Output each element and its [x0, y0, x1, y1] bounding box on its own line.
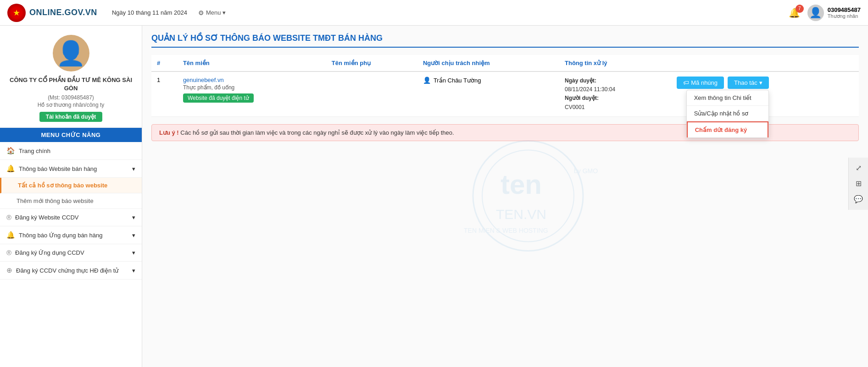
company-type: Hồ sơ thương nhân/công ty	[38, 102, 105, 108]
page-title: QUẢN LÝ HỒ SƠ THÔNG BÁO WEBSITE TMĐT BÁN…	[151, 33, 859, 48]
action-dropdown: Xem thông tin Chi tiết Sửa/Cập nhật hồ s…	[686, 90, 769, 138]
sidebar-item-label: Đăng ký CCDV chứng thực HĐ điện tử	[16, 267, 118, 274]
sidebar-item-thong-bao-website[interactable]: 🔔 Thông báo Website bán hàng ▾	[0, 160, 142, 178]
sidebar-item-label: Đăng ký Ứng dụng CCDV	[15, 249, 84, 256]
col-processing: Thông tin xử lý	[559, 55, 671, 71]
avatar: 👤	[807, 5, 824, 21]
user-phone: 0309485487	[828, 6, 861, 13]
btn-ma-nhung-label: Mã nhúng	[691, 79, 718, 86]
circle-icon: ⊕	[6, 266, 12, 274]
account-badge: Tài khoản đã duyệt	[39, 112, 102, 122]
sidebar-item-dang-ky-ccdv[interactable]: ® Đăng ký Website CCDV ▾	[0, 209, 142, 226]
cell-index: 1	[151, 71, 178, 116]
svg-text:TEN MIEN & WEB HOSTING: TEN MIEN & WEB HOSTING	[464, 226, 548, 234]
logo-circle: ★	[7, 4, 26, 22]
sidebar-subitem-tat-ca-ho-so[interactable]: Tất cả hồ sơ thông báo website	[0, 178, 142, 193]
approver-label: Người duyệt:	[565, 95, 599, 101]
table-row: 1 genuinebeef.vn Thực phẩm, đồ uống Webs…	[151, 71, 859, 116]
sidebar-item-trang-chinh[interactable]: 🏠 Trang chính	[0, 142, 142, 160]
dropdown-item-cham-dut[interactable]: Chấm dứt đăng ký	[687, 121, 768, 137]
notification-badge: 7	[796, 5, 804, 13]
info-banner-text: Các hồ sơ gửi sau thời gian làm việc và …	[180, 129, 454, 136]
svg-point-0	[473, 141, 583, 251]
profile-section: 👤 CÔNG TY CỔ PHẦN ĐẦU TƯ MÊ KÔNG SÀI GÒN…	[0, 26, 142, 128]
chat-icon-button[interactable]: 💬	[851, 192, 865, 206]
company-mst: (Mst: 0309485487)	[48, 94, 94, 101]
sidebar-item-label: Trang chính	[19, 148, 50, 154]
profile-avatar: 👤	[53, 35, 89, 71]
sidebar-subitem-them-moi[interactable]: Thêm mới thông báo website	[0, 193, 142, 209]
resize-icon-button[interactable]: ⤢	[851, 161, 865, 175]
chevron-down-icon: ▾	[223, 9, 226, 16]
bell-icon-ung-dung: 🔔	[6, 231, 15, 239]
user-avatar-icon: 👤	[809, 7, 822, 19]
chevron-down-icon: ▾	[132, 165, 135, 172]
sidebar-item-dang-ky-ung-dung[interactable]: ® Đăng ký Ứng dụng CCDV ▾	[0, 244, 142, 262]
info-banner-notice: Lưu ý !	[159, 129, 179, 136]
profile-avatar-icon: 👤	[56, 39, 86, 67]
grid-icon-button[interactable]: ⊞	[851, 177, 865, 191]
menu-label: Menu	[206, 9, 221, 16]
col-domain: Tên miền	[178, 55, 326, 71]
bell-icon-sidebar: 🔔	[6, 164, 15, 173]
action-wrapper: Thao tác ▾ Xem thông tin Chi tiết Sửa/Cậ…	[728, 77, 769, 89]
header-menu-button[interactable]: ⚙ Menu ▾	[198, 9, 226, 16]
col-subdomain: Tên miền phụ	[326, 55, 417, 71]
header-right: 🔔 7 👤 0309485487 Thương nhân	[789, 5, 861, 21]
chevron-down-icon: ▾	[759, 79, 762, 86]
cell-responsible: 👤 Trần Châu Tường	[417, 71, 559, 116]
domain-link[interactable]: genuinebeef.vn	[183, 77, 224, 83]
approval-date-label: Ngày duyệt:	[565, 77, 596, 84]
sidebar-item-label: Đăng ký Website CCDV	[15, 214, 78, 221]
col-responsible: Người chịu trách nhiệm	[417, 55, 559, 71]
header: ★ ONLINE.GOV.VN Ngày 10 tháng 11 năm 202…	[0, 0, 868, 26]
domain-category: Thực phẩm, đồ uống	[183, 84, 321, 91]
sidebar: 👤 CÔNG TY CỔ PHẦN ĐẦU TƯ MÊ KÔNG SÀI GÒN…	[0, 26, 142, 367]
logo[interactable]: ★ ONLINE.GOV.VN	[7, 4, 97, 22]
cell-processing: Ngày duyệt: 08/11/2024 11:30:04 Người du…	[559, 71, 671, 116]
menu-header: MENU CHỨC NĂNG	[0, 128, 142, 142]
col-index: #	[151, 55, 178, 71]
layout: 👤 CÔNG TY CỔ PHẦN ĐẦU TƯ MÊ KÔNG SÀI GÒN…	[0, 26, 868, 367]
header-date: Ngày 10 tháng 11 năm 2024	[112, 9, 187, 16]
gear-icon: ⚙	[198, 9, 204, 16]
chevron-down-icon: ▾	[132, 267, 135, 274]
logo-text: ONLINE.GOV.VN	[29, 8, 97, 17]
right-icons: ⤢ ⊞ 💬	[848, 158, 868, 210]
user-details: 0309485487 Thương nhân	[828, 6, 861, 19]
data-table: # Tên miền Tên miền phụ Người chịu trách…	[151, 55, 859, 117]
approval-date: 08/11/2024 11:30:04	[565, 86, 615, 93]
user-info[interactable]: 👤 0309485487 Thương nhân	[807, 5, 861, 21]
svg-text:ten: ten	[501, 169, 542, 199]
sidebar-subitem-label: Tất cả hồ sơ thông báo website	[18, 182, 107, 189]
svg-point-1	[482, 150, 574, 241]
approved-badge: Website đã duyệt điện tử	[183, 93, 254, 103]
sidebar-subitem-label: Thêm mới thông báo website	[17, 197, 94, 204]
registered-icon: ®	[6, 214, 11, 221]
sidebar-item-label: Thông báo Ứng dụng bán hàng	[19, 232, 102, 239]
watermark: ten TEN.VN TEN MIEN & WEB HOSTING by GMO	[436, 127, 666, 266]
registered-ung-dung-icon: ®	[6, 249, 11, 257]
company-name: CÔNG TY CỔ PHẦN ĐẦU TƯ MÊ KÔNG SÀI GÒN	[5, 76, 137, 93]
approver-code: CV0001	[565, 104, 584, 110]
ma-nhung-button[interactable]: 🏷 Mã nhúng	[677, 77, 724, 89]
thao-tac-button[interactable]: Thao tác ▾	[728, 77, 769, 89]
home-icon: 🏠	[6, 147, 15, 155]
sidebar-item-dang-ky-chung-thuc[interactable]: ⊕ Đăng ký CCDV chứng thực HĐ điện tử ▾	[0, 262, 142, 279]
logo-star-icon: ★	[13, 8, 20, 18]
chevron-down-icon: ▾	[132, 214, 135, 221]
svg-text:TEN.VN: TEN.VN	[496, 206, 546, 221]
col-actions	[671, 55, 859, 71]
sidebar-item-thong-bao-ung-dung[interactable]: 🔔 Thông báo Ứng dụng bán hàng ▾	[0, 226, 142, 244]
chevron-down-icon: ▾	[132, 232, 135, 239]
cell-domain: genuinebeef.vn Thực phẩm, đồ uống Websit…	[178, 71, 326, 116]
dropdown-item-sua-cap-nhat[interactable]: Sửa/Cập nhật hồ sơ	[687, 106, 768, 121]
thao-tac-label: Thao tác	[734, 79, 757, 86]
dropdown-item-xem-chi-tiet[interactable]: Xem thông tin Chi tiết	[687, 90, 768, 106]
notification-bell[interactable]: 🔔 7	[789, 7, 800, 18]
svg-text:by GMO: by GMO	[574, 167, 598, 174]
cell-subdomain	[326, 71, 417, 116]
cell-actions: 🏷 Mã nhúng Thao tác ▾ Xem thông tin Chi …	[671, 71, 859, 116]
chevron-down-icon: ▾	[132, 249, 135, 256]
action-cell: 🏷 Mã nhúng Thao tác ▾ Xem thông tin Chi …	[677, 77, 853, 89]
